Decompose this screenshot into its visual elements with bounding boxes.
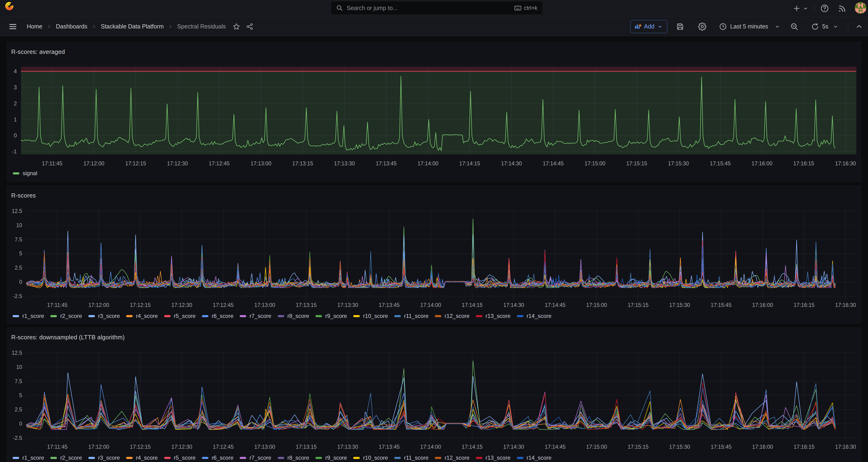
share-button[interactable] [246,23,253,30]
clock-icon [719,23,727,31]
new-menu-button[interactable] [793,0,809,17]
add-button[interactable]: Add [630,20,667,33]
legend-item-signal[interactable]: signal [13,170,37,177]
menu-icon[interactable] [8,22,18,31]
legend-swatch [88,315,95,317]
favorite-button[interactable] [232,23,240,31]
settings-button[interactable] [698,22,707,31]
legend-label: r10_score [363,313,388,319]
save-button[interactable] [676,23,684,31]
x-tick-label: 17:13:45 [379,444,400,450]
x-tick-label: 17:12:30 [172,302,192,308]
legend-item-r6_score[interactable]: r6_score [202,455,234,461]
legend-item-r3_score[interactable]: r3_score [88,313,120,319]
legend-item-r4_score[interactable]: r4_score [126,455,158,461]
legend-item-r5_score[interactable]: r5_score [164,455,196,461]
grafana-logo[interactable] [5,2,13,11]
legend-item-r7_score[interactable]: r7_score [240,313,271,319]
legend-swatch [202,457,209,459]
x-tick-label: 17:14:45 [545,302,566,308]
legend-label: r14_score [527,313,552,319]
refresh-interval-picker[interactable]: 5s [822,23,839,30]
legend-item-r2_score[interactable]: r2_score [50,455,82,461]
legend-swatch [476,315,483,317]
legend-item-r10_score[interactable]: r10_score [353,313,388,319]
legend-label: r9_score [325,455,347,461]
legend-item-r2_score[interactable]: r2_score [50,313,82,319]
legend-item-r8_score[interactable]: r8_score [278,313,309,319]
x-tick-label: 17:15:00 [586,302,607,308]
help-icon [820,4,829,13]
collapse-button[interactable] [855,23,863,31]
breadcrumb: Home Dashboards Stackable Data Platform … [8,17,253,36]
legend-item-r13_score[interactable]: r13_score [476,313,510,319]
legend-item-r3_score[interactable]: r3_score [88,455,120,461]
y-tick-label: 5 [19,250,22,256]
x-tick-label: 17:16:30 [835,302,856,308]
legend-item-r12_score[interactable]: r12_score [435,455,470,461]
x-tick-label: 17:15:15 [628,302,649,308]
refresh-button[interactable] [811,23,819,31]
panel-rscores-downsampled[interactable]: -2.502.557.51012.517:11:4517:12:0017:12:… [7,328,861,462]
toolbar-divider [848,22,848,31]
news-button[interactable] [838,0,846,17]
x-tick-label: 17:14:30 [503,444,524,450]
legend-item-r9_score[interactable]: r9_score [315,455,347,461]
legend-label: r3_score [98,455,120,461]
legend-item-r1_score[interactable]: r1_score [12,455,44,461]
breadcrumb-home[interactable]: Home [27,23,42,30]
legend-item-r10_score[interactable]: r10_score [353,455,388,461]
x-tick-label: 17:13:30 [334,160,355,166]
legend-item-r11_score[interactable]: r11_score [394,455,429,461]
chevron-down-icon [657,24,663,29]
legend-item-r12_score[interactable]: r12_score [435,313,470,319]
legend-item-r7_score[interactable]: r7_score [240,455,271,461]
time-range-picker[interactable]: Last 5 minutes [719,23,780,31]
x-tick-label: 17:14:30 [501,160,522,166]
x-tick-label: 17:16:00 [752,444,773,450]
search-input[interactable]: Search or jump to... ctrl+k [331,1,543,15]
legend-item-r1_score[interactable]: r1_score [12,313,44,319]
refresh-icon [811,23,819,31]
legend-swatch [278,457,284,459]
legend-item-r14_score[interactable]: r14_score [517,455,552,461]
legend-swatch [517,457,523,459]
x-tick-label: 17:15:30 [669,444,690,450]
legend-item-r4_score[interactable]: r4_score [126,313,158,319]
panel-title[interactable]: R-scores: averaged [11,48,65,56]
legend-item-r9_score[interactable]: r9_score [315,313,347,319]
x-tick-label: 17:14:00 [417,160,438,166]
legend-label: r12_score [444,455,470,461]
legend-swatch [435,315,441,317]
legend-item-r14_score[interactable]: r14_score [517,313,552,319]
help-button[interactable] [820,0,829,17]
legend-label: r10_score [363,455,388,461]
legend-item-r8_score[interactable]: r8_score [278,455,309,461]
x-tick-label: 17:13:30 [337,302,358,308]
legend-swatch [126,457,133,459]
x-tick-label: 17:15:45 [710,160,731,166]
zoom-out-button[interactable] [790,22,799,31]
legend-item-r13_score[interactable]: r13_score [476,455,510,461]
x-tick-label: 17:12:00 [84,160,104,166]
legend-item-r5_score[interactable]: r5_score [164,313,196,319]
breadcrumb-current[interactable]: Spectral Residuals [177,23,226,30]
panel-rscores-averaged[interactable]: -10123417:11:4517:12:0017:12:1517:12:301… [7,42,861,182]
x-tick-label: 17:15:15 [628,444,649,450]
panel-title[interactable]: R-scores: downsampled (LTTB algorithm) [11,334,125,341]
chevron-right-icon [168,24,173,29]
x-tick-label: 17:15:30 [668,160,689,166]
avatar[interactable] [855,2,866,14]
legend-item-r6_score[interactable]: r6_score [202,313,234,319]
panel-title[interactable]: R-scores [11,192,36,199]
x-tick-label: 17:14:00 [421,444,441,450]
threshold-region-above [21,67,856,71]
legend-swatch [315,457,322,459]
plus-icon [793,4,801,12]
threshold-region-below [21,71,856,154]
panel-rscores[interactable]: -2.502.557.51012.517:11:4517:12:0017:12:… [7,186,861,324]
legend-swatch [50,457,57,459]
legend-item-r11_score[interactable]: r11_score [394,313,429,319]
breadcrumb-folder[interactable]: Stackable Data Platform [101,23,164,30]
breadcrumb-dashboards[interactable]: Dashboards [56,23,87,30]
